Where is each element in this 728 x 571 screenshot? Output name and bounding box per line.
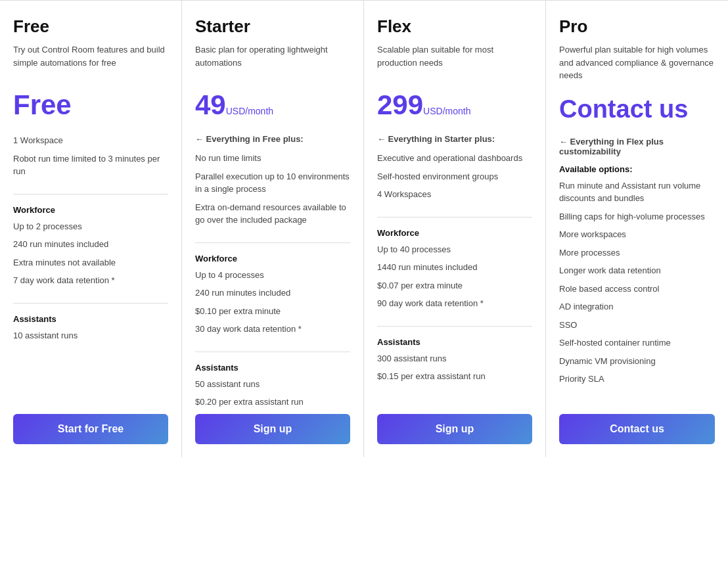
- cta-button-flex[interactable]: Sign up: [377, 414, 532, 444]
- everything-in-flex: ← Everything in Starter plus:: [377, 134, 532, 144]
- divider-workforce-free: [13, 194, 168, 194]
- plan-name-flex: Flex: [377, 16, 532, 37]
- option-feature-pro-6: AD integration: [559, 300, 715, 313]
- workforce-label-flex: Workforce: [377, 228, 532, 238]
- price-number-flex: 299: [377, 89, 423, 120]
- plan-name-free: Free: [13, 16, 168, 37]
- option-feature-pro-2: More workspaces: [559, 228, 715, 241]
- option-feature-pro-1: Billing caps for high-volume processes: [559, 210, 715, 223]
- price-area-free: Free: [13, 89, 168, 121]
- divider-assistants-starter: [195, 352, 350, 352]
- option-feature-pro-5: Role based access control: [559, 283, 715, 296]
- plan-desc-starter: Basic plan for operating lightweight aut…: [195, 43, 350, 76]
- divider-workforce-flex: [377, 217, 532, 217]
- workforce-feature-flex-2: $0.07 per extra minute: [377, 279, 532, 292]
- workforce-label-free: Workforce: [13, 205, 168, 215]
- workforce-feature-free-1: 240 run minutes included: [13, 238, 168, 251]
- price-unit-starter: USD/month: [226, 106, 273, 116]
- cta-button-free[interactable]: Start for Free: [13, 414, 168, 444]
- workforce-feature-flex-0: Up to 40 processes: [377, 243, 532, 256]
- plan-col-pro: ProPowerful plan suitable for high volum…: [546, 1, 728, 457]
- workforce-label-starter: Workforce: [195, 254, 350, 263]
- top-feature-free-1: Robot run time limited to 3 minutes per …: [13, 152, 168, 178]
- cta-button-starter[interactable]: Sign up: [195, 414, 350, 444]
- workforce-feature-flex-3: 90 day work data retention *: [377, 297, 532, 310]
- plan-name-pro: Pro: [559, 16, 715, 37]
- everything-in-pro: ← Everything in Flex plus customizabilit…: [559, 137, 715, 156]
- assistants-feature-flex-0: 300 assistant runs: [377, 352, 532, 365]
- price-number-starter: 49: [195, 89, 226, 120]
- assistants-label-flex: Assistants: [377, 337, 532, 347]
- assistants-feature-starter-0: 50 assistant runs: [195, 378, 350, 391]
- divider-assistants-free: [13, 303, 168, 304]
- price-unit-flex: USD/month: [423, 106, 470, 116]
- price-area-flex: 299USD/month: [377, 89, 532, 121]
- workforce-feature-free-2: Extra minutes not available: [13, 256, 168, 269]
- option-feature-pro-8: Self-hosted container runtime: [559, 336, 715, 350]
- pricing-grid: FreeTry out Control Room features and bu…: [0, 0, 728, 457]
- cta-button-pro[interactable]: Contact us: [559, 414, 715, 444]
- plan-col-starter: StarterBasic plan for operating lightwei…: [182, 1, 364, 457]
- assistants-feature-free-0: 10 assistant runs: [13, 329, 168, 342]
- plan-col-free: FreeTry out Control Room features and bu…: [0, 1, 182, 457]
- assistants-feature-flex-1: $0.15 per extra assistant run: [377, 370, 532, 383]
- available-options-label-pro: Available options:: [559, 164, 715, 174]
- workforce-feature-free-0: Up to 2 processes: [13, 220, 168, 233]
- top-feature-flex-0: Executive and operational dashboards: [377, 152, 532, 165]
- top-feature-starter-0: No run time limits: [195, 152, 350, 165]
- divider-workforce-starter: [195, 242, 350, 243]
- price-area-pro: Contact us: [559, 95, 715, 124]
- plan-desc-free: Try out Control Room features and build …: [13, 43, 168, 76]
- workforce-feature-flex-1: 1440 run minutes included: [377, 261, 532, 274]
- option-feature-pro-3: More processes: [559, 246, 715, 260]
- workforce-feature-starter-3: 30 day work data retention *: [195, 323, 350, 336]
- top-feature-starter-2: Extra on-demand resources available to g…: [195, 201, 350, 227]
- top-feature-flex-2: 4 Workspaces: [377, 188, 532, 201]
- plan-name-starter: Starter: [195, 16, 350, 37]
- price-pro: Contact us: [559, 95, 688, 123]
- workforce-feature-starter-0: Up to 4 processes: [195, 269, 350, 282]
- divider-assistants-flex: [377, 326, 532, 327]
- assistants-label-starter: Assistants: [195, 363, 350, 373]
- plan-desc-pro: Powerful plan suitable for high volumes …: [559, 43, 715, 82]
- everything-in-starter: ← Everything in Free plus:: [195, 134, 350, 144]
- plan-desc-flex: Scalable plan suitable for most producti…: [377, 43, 532, 76]
- option-feature-pro-0: Run minute and Assistant run volume disc…: [559, 179, 715, 205]
- workforce-feature-starter-2: $0.10 per extra minute: [195, 305, 350, 318]
- assistants-feature-starter-1: $0.20 per extra assistant run: [195, 396, 350, 409]
- top-feature-starter-1: Parallel execution up to 10 environments…: [195, 170, 350, 196]
- top-feature-free-0: 1 Workspace: [13, 134, 168, 147]
- price-free: Free: [13, 89, 72, 120]
- top-feature-flex-1: Self-hosted environment groups: [377, 170, 532, 183]
- workforce-feature-starter-1: 240 run minutes included: [195, 286, 350, 300]
- assistants-label-free: Assistants: [13, 314, 168, 324]
- plan-col-flex: FlexScalable plan suitable for most prod…: [364, 1, 546, 457]
- option-feature-pro-9: Dynamic VM provisioning: [559, 355, 715, 368]
- option-feature-pro-7: SSO: [559, 319, 715, 332]
- price-area-starter: 49USD/month: [195, 89, 350, 121]
- option-feature-pro-10: Priority SLA: [559, 373, 715, 386]
- option-feature-pro-4: Longer work data retention: [559, 264, 715, 277]
- workforce-feature-free-3: 7 day work data retention *: [13, 274, 168, 287]
